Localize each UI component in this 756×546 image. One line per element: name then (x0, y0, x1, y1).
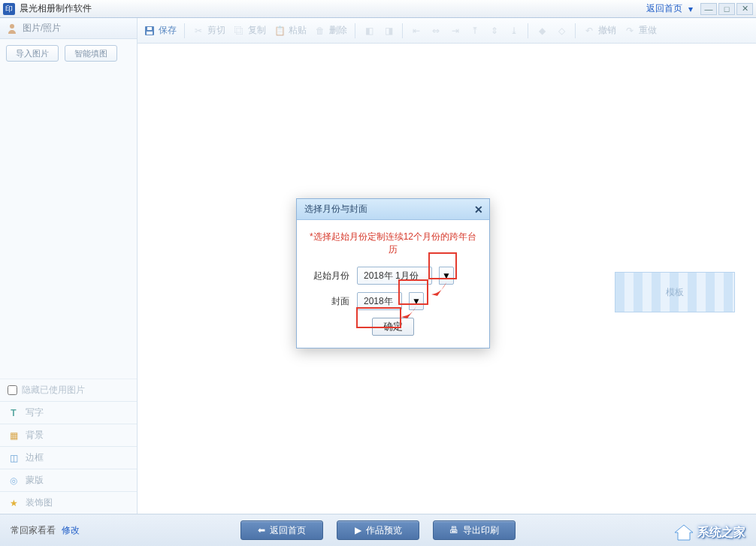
align-mid[interactable]: ⇕ (488, 25, 500, 37)
footer-text: 常回家看看 (11, 524, 56, 537)
copy-button[interactable]: ⿻复制 (233, 24, 266, 37)
dialog-note: *选择起始月份定制连续12个月份的跨年台历 (307, 231, 479, 256)
star-icon: ★ (8, 497, 20, 509)
align-center[interactable]: ⇔ (430, 25, 442, 37)
undo-button[interactable]: ↶撤销 (583, 24, 616, 37)
template-hint: 模板 (666, 286, 684, 299)
align-right-icon: ⇥ (449, 25, 461, 37)
icon-a: ◆ (536, 25, 548, 37)
sidebar-item-label: 装饰图 (26, 496, 53, 509)
sidebar-header-label: 图片/照片 (23, 22, 61, 35)
save-label: 保存 (159, 24, 177, 37)
layer-icon: ◧ (363, 25, 375, 37)
copy-icon: ⿻ (233, 25, 245, 37)
sidebar-item-border[interactable]: ◫ 边框 (0, 446, 137, 469)
redo-button[interactable]: ↷重做 (624, 24, 657, 37)
sidebar-item-decoration[interactable]: ★ 装饰图 (0, 491, 137, 514)
watermark-house-icon (673, 523, 694, 541)
start-month-select[interactable]: 2018年 1月份 (357, 267, 432, 285)
layer2-icon: ◨ (383, 25, 395, 37)
svg-point-0 (10, 24, 14, 29)
delete-button[interactable]: 🗑删除 (314, 24, 347, 37)
align-left-icon: ⇤ (410, 25, 422, 37)
background-icon: ▦ (8, 430, 20, 442)
redo-icon: ↷ (624, 25, 636, 37)
maximize-button[interactable]: □ (718, 3, 735, 15)
sidebar-item-label: 写字 (26, 406, 44, 419)
save-icon (144, 25, 156, 37)
sidebar-item-text[interactable]: T 写字 (0, 401, 137, 424)
cover-dropdown[interactable]: ▼ (409, 292, 424, 310)
save-button[interactable]: 保存 (144, 24, 177, 37)
template-placeholder[interactable]: 模板 (615, 272, 735, 312)
undo-icon: ↶ (583, 25, 595, 37)
footer-export-button[interactable]: 🖶 导出印刷 (433, 520, 516, 540)
icon-b: ◇ (555, 25, 567, 37)
sidebar-item-label: 边框 (26, 451, 44, 464)
tool-b[interactable]: ◇ (555, 25, 567, 37)
align-left[interactable]: ⇤ (410, 25, 422, 37)
minimize-button[interactable]: — (700, 3, 717, 15)
sidebar-item-label: 蒙版 (26, 474, 44, 487)
align-mid-icon: ⇕ (488, 25, 500, 37)
border-icon: ◫ (8, 452, 20, 464)
tool-1[interactable]: ◧ (363, 25, 375, 37)
text-icon: T (8, 407, 20, 419)
dialog-ok-button[interactable]: 确定 (372, 318, 414, 336)
cut-button[interactable]: ✂剪切 (192, 24, 225, 37)
start-month-dropdown[interactable]: ▼ (439, 267, 454, 285)
tool-2[interactable]: ◨ (383, 25, 395, 37)
mask-icon: ◎ (8, 475, 20, 487)
app-title: 晨光相册制作软件 (20, 2, 646, 15)
sidebar-item-label: 背景 (26, 429, 44, 442)
person-icon (6, 23, 18, 35)
paste-button[interactable]: 📋粘贴 (274, 24, 307, 37)
toolbar: 保存 ✂剪切 ⿻复制 📋粘贴 🗑删除 ◧ ◨ ⇤ ⇔ ⇥ ⤒ ⇕ ⤓ ◆ ◇ ↶… (138, 18, 756, 44)
align-top-icon: ⤒ (469, 25, 481, 37)
home-icon: ⬅ (258, 525, 265, 535)
hide-used-checkbox[interactable] (8, 385, 17, 395)
close-button[interactable]: ✕ (736, 3, 753, 15)
sidebar-item-mask[interactable]: ◎ 蒙版 (0, 469, 137, 491)
align-bottom-icon: ⤓ (508, 25, 520, 37)
home-link[interactable]: 返回首页 (646, 2, 682, 15)
cover-label: 封面 (307, 295, 349, 308)
paste-icon: 📋 (274, 25, 286, 37)
align-right[interactable]: ⇥ (449, 25, 461, 37)
align-top[interactable]: ⤒ (469, 25, 481, 37)
svg-rect-3 (147, 27, 152, 30)
home-dropdown-icon[interactable]: ▾ (688, 4, 693, 14)
month-cover-dialog: 选择月份与封面 ✕ *选择起始月份定制连续12个月份的跨年台历 起始月份 201… (296, 198, 490, 348)
align-bottom[interactable]: ⤓ (508, 25, 520, 37)
cut-icon: ✂ (192, 25, 204, 37)
smart-fill-button[interactable]: 智能填图 (65, 45, 117, 62)
sidebar: 图片/照片 导入图片 智能填图 隐藏已使用图片 T 写字 ▦ 背景 ◫ 边框 ◎… (0, 18, 138, 514)
align-center-icon: ⇔ (430, 25, 442, 37)
start-month-label: 起始月份 (307, 270, 349, 282)
sidebar-header: 图片/照片 (0, 18, 137, 39)
footer-home-button[interactable]: ⬅ 返回首页 (240, 520, 323, 540)
watermark: 系统之家 (673, 523, 745, 541)
dialog-close-button[interactable]: ✕ (474, 204, 483, 216)
svg-rect-2 (147, 32, 153, 35)
hide-used-label: 隐藏已使用图片 (22, 384, 85, 397)
trash-icon: 🗑 (314, 25, 326, 37)
footer-preview-button[interactable]: ▶ 作品预览 (337, 520, 419, 540)
modify-link[interactable]: 修改 (62, 524, 80, 537)
dialog-title: 选择月份与封面 (304, 203, 367, 216)
cover-select[interactable]: 2018年 (357, 292, 402, 310)
tool-a[interactable]: ◆ (536, 25, 548, 37)
app-icon: 印 (3, 3, 15, 15)
sidebar-item-background[interactable]: ▦ 背景 (0, 424, 137, 446)
import-image-button[interactable]: 导入图片 (6, 45, 59, 62)
preview-icon: ▶ (355, 525, 361, 535)
sidebar-image-list (0, 68, 137, 379)
export-icon: 🖶 (449, 525, 458, 535)
